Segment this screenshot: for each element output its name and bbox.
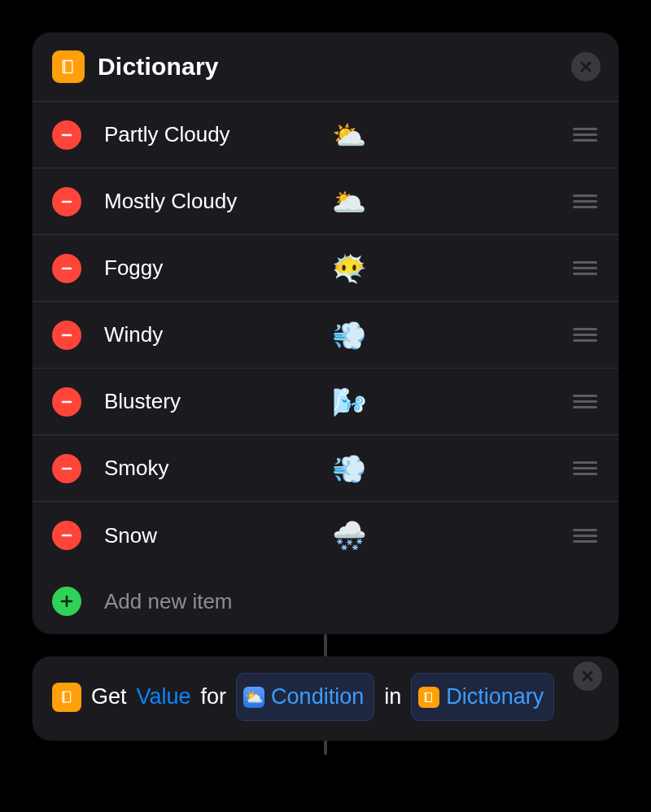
- drag-handle-icon[interactable]: [571, 328, 599, 342]
- dictionary-card-title: Dictionary: [98, 53, 219, 81]
- dictionary-rows: Partly Cloudy⛅Mostly Cloudy🌥️Foggy😶‍🌫️Wi…: [33, 102, 618, 569]
- dictionary-value-cell[interactable]: 🌥️: [332, 186, 560, 218]
- dictionary-variable-chip[interactable]: Dictionary: [411, 673, 554, 721]
- dictionary-value-cell[interactable]: 💨: [332, 319, 560, 351]
- dictionary-key-cell[interactable]: Foggy: [93, 255, 321, 281]
- flow-connector: [324, 740, 327, 755]
- close-icon: [580, 61, 592, 72]
- dictionary-row: Smoky💨: [33, 435, 618, 502]
- weather-icon: ⛅: [243, 687, 264, 708]
- get-dictionary-value-card: Get Value for ⛅ Condition in Dictionary: [33, 657, 618, 740]
- dictionary-row: Snow🌨️: [33, 502, 618, 569]
- dictionary-value-cell[interactable]: 💨: [332, 452, 560, 485]
- minus-icon: [60, 262, 73, 275]
- dictionary-row: Foggy😶‍🌫️: [33, 235, 618, 302]
- condition-variable-chip[interactable]: ⛅ Condition: [236, 673, 374, 721]
- drag-handle-icon[interactable]: [571, 261, 599, 275]
- svg-rect-8: [426, 692, 426, 702]
- dictionary-card-header: Dictionary: [33, 33, 618, 102]
- dictionary-row: Partly Cloudy⛅: [33, 102, 618, 168]
- flow-connector: [324, 634, 327, 657]
- add-new-item-row[interactable]: Add new item: [33, 569, 618, 634]
- add-new-item-label: Add new item: [93, 589, 233, 614]
- remove-row-button[interactable]: [52, 387, 81, 417]
- remove-row-button[interactable]: [52, 321, 81, 350]
- dictionary-key-cell[interactable]: Windy: [93, 322, 321, 347]
- remove-row-button[interactable]: [52, 521, 81, 550]
- close-dictionary-button[interactable]: [571, 52, 601, 81]
- remove-row-button[interactable]: [52, 454, 81, 483]
- dictionary-value-cell[interactable]: 🌨️: [332, 519, 560, 552]
- minus-icon: [60, 529, 73, 542]
- dictionary-key-cell[interactable]: Blustery: [93, 389, 321, 414]
- dictionary-row: Mostly Cloudy🌥️: [33, 168, 618, 235]
- dictionary-value-cell[interactable]: ⛅: [332, 119, 560, 151]
- dictionary-row: Blustery🌬️: [33, 369, 618, 435]
- minus-icon: [60, 195, 73, 208]
- in-word: in: [384, 676, 401, 718]
- svg-rect-5: [63, 692, 63, 703]
- drag-handle-icon[interactable]: [571, 529, 599, 543]
- dictionary-value-cell[interactable]: 🌬️: [332, 386, 560, 418]
- dictionary-chip-label: Dictionary: [446, 676, 544, 718]
- dictionary-icon: [418, 687, 439, 708]
- remove-row-button[interactable]: [52, 120, 81, 150]
- minus-icon: [60, 462, 73, 475]
- dictionary-key-cell[interactable]: Snow: [93, 523, 321, 548]
- get-word: Get: [91, 676, 127, 718]
- drag-handle-icon[interactable]: [571, 461, 599, 475]
- dictionary-key-cell[interactable]: Partly Cloudy: [93, 122, 321, 147]
- dictionary-value-cell[interactable]: 😶‍🌫️: [332, 252, 560, 285]
- dictionary-key-cell[interactable]: Mostly Cloudy: [93, 189, 321, 214]
- close-get-value-button[interactable]: [573, 661, 602, 691]
- dictionary-icon: [52, 683, 81, 712]
- minus-icon: [60, 329, 73, 342]
- drag-handle-icon[interactable]: [571, 395, 599, 408]
- svg-rect-2: [64, 60, 65, 74]
- remove-row-button[interactable]: [52, 254, 81, 283]
- condition-chip-label: Condition: [271, 676, 364, 718]
- minus-icon: [60, 129, 73, 142]
- add-item-button[interactable]: [52, 587, 81, 616]
- remove-row-button[interactable]: [52, 187, 81, 216]
- drag-handle-icon[interactable]: [571, 194, 599, 208]
- plus-icon: [60, 595, 73, 608]
- value-selector[interactable]: Value: [137, 676, 191, 718]
- for-word: for: [201, 676, 227, 718]
- close-icon: [582, 670, 593, 682]
- dictionary-row: Windy💨: [33, 302, 618, 369]
- minus-icon: [60, 395, 73, 408]
- dictionary-key-cell[interactable]: Smoky: [93, 456, 321, 481]
- get-value-sentence: Get Value for ⛅ Condition in Dictionary: [52, 673, 599, 721]
- dictionary-icon: [52, 50, 85, 83]
- drag-handle-icon[interactable]: [571, 128, 599, 142]
- dictionary-action-card: Dictionary Partly Cloudy⛅Mostly Cloudy🌥️…: [33, 33, 618, 634]
